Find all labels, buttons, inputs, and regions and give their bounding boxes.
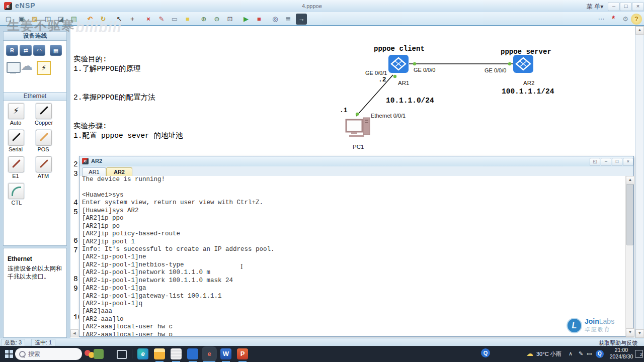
pppoe-server-label: pppoe server bbox=[501, 48, 551, 56]
tab-ar1[interactable]: AR1 bbox=[82, 167, 106, 176]
display-tray-icon[interactable]: ▭ bbox=[587, 350, 592, 357]
terminal-ensp-icon: e bbox=[82, 158, 89, 164]
link-atm-button[interactable] bbox=[36, 156, 52, 172]
ibeam-cursor: I bbox=[240, 263, 243, 271]
device-list-icon[interactable]: ≣ bbox=[283, 14, 294, 25]
minimize-button[interactable]: – bbox=[608, 2, 620, 11]
ar2-label: AR2 bbox=[523, 80, 534, 86]
terminal-scroll-up[interactable]: ▲ bbox=[626, 176, 634, 185]
taskbar-clock[interactable]: 21:00 2024/8/30 bbox=[607, 347, 636, 360]
ar1-ge000-port-label: GE 0/0/0 bbox=[414, 67, 435, 73]
link-serial-button[interactable] bbox=[8, 130, 24, 146]
taskbar-edge-icon[interactable]: e bbox=[137, 348, 148, 359]
terminal-tab-bar: AR1 AR2 bbox=[79, 166, 633, 176]
terminal-title-bar[interactable]: e AR2 ◱ – □ × bbox=[79, 156, 633, 167]
description-panel: Ethernet 连接设备的以太网和千兆以太接口。 bbox=[3, 248, 67, 338]
terminal-float-button[interactable]: ◱ bbox=[590, 158, 600, 166]
help-icon[interactable]: ? bbox=[631, 14, 642, 25]
notification-badge: 2 bbox=[640, 352, 642, 357]
notification-center-button[interactable]: 2 bbox=[635, 350, 643, 358]
settings-gear-icon[interactable]: ⚙ bbox=[620, 14, 631, 25]
terminal-close-button[interactable]: × bbox=[623, 158, 633, 166]
delete-icon[interactable]: × bbox=[143, 14, 154, 25]
close-button[interactable]: × bbox=[632, 2, 644, 11]
taskbar-search-box[interactable]: 搜索 bbox=[15, 348, 82, 360]
terminal-scrollbar[interactable]: ▲ ▼ bbox=[625, 176, 633, 336]
pc1-label: PC1 bbox=[353, 144, 364, 150]
link-serial-label: Serial bbox=[7, 146, 24, 152]
tray-q-icon[interactable]: Q bbox=[596, 350, 604, 358]
h-scrollbar-left-arrow[interactable]: ◀ bbox=[70, 329, 78, 337]
restore-button[interactable]: □ bbox=[620, 2, 632, 11]
link-e1-button[interactable] bbox=[8, 156, 24, 172]
taskbar-app-icon[interactable] bbox=[187, 348, 198, 359]
terminal-title: AR2 bbox=[91, 158, 102, 164]
text-note-icon[interactable]: ▭ bbox=[169, 14, 180, 25]
link-pos-button[interactable] bbox=[36, 130, 52, 146]
ethernet-section-title[interactable]: Ethernet bbox=[3, 92, 67, 101]
terminal-scroll-down[interactable]: ▼ bbox=[626, 328, 634, 337]
status-bar: 总数: 3 选中: 1 获取帮助与反馈 bbox=[0, 338, 644, 346]
pan-hand-icon[interactable]: + bbox=[127, 14, 138, 25]
zoom-out-icon[interactable]: ⊖ bbox=[211, 14, 222, 25]
terminal-window[interactable]: e AR2 ◱ – □ × AR1 AR2 The device is runn… bbox=[79, 156, 634, 337]
huawei-support-icon[interactable]: * bbox=[608, 14, 619, 25]
stop-device-icon[interactable]: ■ bbox=[254, 14, 265, 25]
link-copper-button[interactable] bbox=[36, 103, 52, 119]
forum-chat-icon[interactable]: ⋯ bbox=[596, 14, 607, 25]
widgets-button[interactable] bbox=[85, 349, 107, 359]
watermark-text: 生姜不驱寒 bbox=[7, 17, 75, 34]
tray-app-icon[interactable]: Q bbox=[481, 348, 490, 357]
start-device-icon[interactable]: ▶ bbox=[240, 14, 252, 25]
pc-device-icon[interactable] bbox=[7, 62, 21, 73]
wlan-device-icon[interactable]: ◠ bbox=[33, 45, 45, 56]
ensp-logo-icon: e bbox=[4, 2, 12, 10]
link-copper-label: Copper bbox=[35, 120, 52, 126]
zoom-in-icon[interactable]: ⊕ bbox=[198, 14, 209, 25]
taskbar-ppt-icon[interactable]: P bbox=[237, 348, 248, 359]
task-view-button[interactable] bbox=[117, 350, 127, 359]
taskbar-ensp-icon[interactable]: e bbox=[204, 348, 215, 359]
device-sidebar: 设备连线 R ⇄ ◠ ▦ ☁ ⚡ Ethernet ⚡ Auto Copper … bbox=[0, 26, 70, 338]
terminal-minimize-button[interactable]: – bbox=[601, 158, 611, 166]
terminal-scroll-thumb[interactable] bbox=[626, 184, 633, 245]
packet-capture-icon[interactable]: ◎ bbox=[270, 14, 281, 25]
terminal-output[interactable]: The device is running! <Huawei>sysEnter … bbox=[79, 176, 625, 336]
zoom-reset-icon[interactable]: ⊡ bbox=[224, 14, 235, 25]
marker-pen-icon[interactable]: ✎ bbox=[156, 14, 167, 25]
joinlabs-logo: L JoinLabs 卓应教育 bbox=[567, 317, 627, 335]
link-e1-label: E1 bbox=[7, 173, 24, 179]
canvas-v-scrollbar[interactable]: ▲ ▼ bbox=[635, 26, 643, 338]
tray-expand-caret[interactable]: ∧ bbox=[569, 350, 573, 357]
taskbar-notepad-icon[interactable] bbox=[171, 348, 182, 359]
pen-tray-icon[interactable]: ✎ bbox=[579, 350, 583, 357]
joinlabs-subtitle: 卓应教育 bbox=[585, 326, 611, 333]
bilibili-logo: bilibili bbox=[75, 19, 122, 36]
screen: e eNSP 4.pppoe 菜 单▾ – □ × ▢ ▣ ▨ ◫ ◪ ▤ ↶ … bbox=[0, 0, 644, 362]
taskbar-explorer-icon[interactable] bbox=[154, 348, 165, 359]
palette-icon[interactable]: ■ bbox=[182, 14, 193, 25]
export-icon[interactable]: → bbox=[296, 14, 307, 25]
cloud-device-icon[interactable]: ☁ bbox=[21, 59, 33, 73]
tab-ar2[interactable]: AR2 bbox=[106, 167, 132, 176]
scroll-down-arrow[interactable]: ▼ bbox=[635, 329, 644, 338]
taskbar-separator bbox=[132, 349, 132, 358]
connection-tool-icon[interactable]: ⚡ bbox=[37, 61, 51, 75]
weather-text[interactable]: 30°C 小雨 bbox=[536, 350, 561, 358]
start-button[interactable] bbox=[5, 350, 13, 358]
router-device-icon[interactable]: R bbox=[6, 45, 18, 56]
status-total: 总数: 3 bbox=[1, 339, 25, 346]
router-ar2[interactable] bbox=[513, 54, 534, 75]
ar1-ge001-port-label: GE 0/0/1 bbox=[365, 70, 387, 76]
firewall-device-icon[interactable]: ▦ bbox=[50, 45, 62, 56]
title-bar: e eNSP 4.pppoe 菜 单▾ – □ × bbox=[0, 0, 644, 13]
link-auto-button[interactable]: ⚡ bbox=[8, 103, 24, 119]
pc1-device[interactable] bbox=[345, 116, 373, 142]
taskbar-word-icon[interactable]: W bbox=[220, 348, 231, 359]
terminal-maximize-button[interactable]: □ bbox=[612, 158, 622, 166]
scroll-up-arrow[interactable]: ▲ bbox=[635, 26, 644, 35]
link-ctl-button[interactable] bbox=[8, 183, 24, 199]
router-ar1[interactable] bbox=[388, 54, 409, 75]
switch-device-icon[interactable]: ⇄ bbox=[20, 45, 32, 56]
menu-button[interactable]: 菜 单▾ bbox=[587, 3, 603, 11]
